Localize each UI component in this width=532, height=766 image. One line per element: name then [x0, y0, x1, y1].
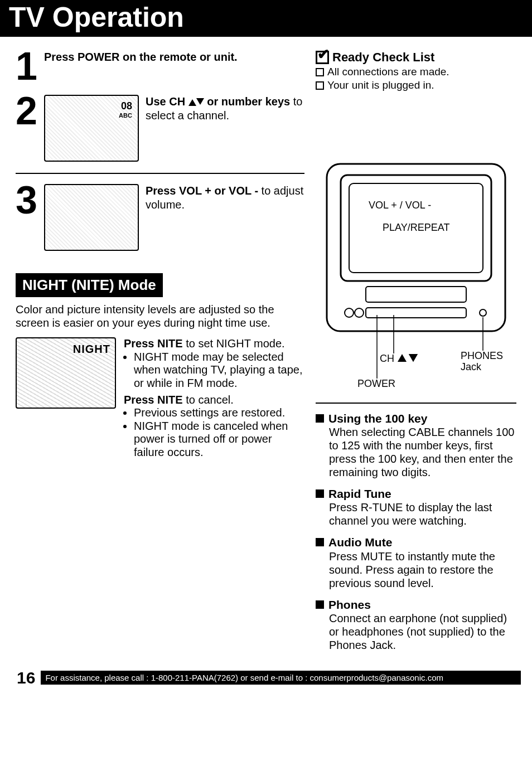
checklist-item-2: Your unit is plugged in.: [316, 79, 516, 91]
step-3-text: Press VOL + or VOL - to adjust volume.: [146, 184, 304, 212]
triangle-up-icon: [188, 99, 196, 106]
nite-cancel-rest: to cancel.: [183, 394, 234, 406]
diagram-phones-label-2: Jack: [461, 361, 482, 372]
night-mode-section: NIGHT (NITE) Mode Color and picture inte…: [16, 273, 304, 459]
content-area: 1 Press POWER on the remote or unit. 2 0…: [0, 37, 532, 665]
diagram-vol-label: VOL + / VOL -: [369, 200, 431, 211]
step-3-bold: Press VOL + or VOL -: [146, 185, 258, 197]
unit-diagram: VOL + / VOL - PLAY/REPEAT CH PHONES Jack…: [316, 158, 516, 395]
divider: [16, 173, 304, 174]
diagram-phones-label-1: PHONES: [461, 350, 503, 361]
step-1-bold: Press POWER on the remote or unit.: [44, 51, 238, 63]
diagram-power-label: POWER: [357, 378, 395, 389]
osd-channel-name: ABC: [119, 112, 132, 119]
checklist-heading: Ready Check List: [316, 50, 516, 65]
checkbox-icon: [316, 68, 324, 76]
page-footer: 16 For assistance, please call : 1-800-2…: [0, 665, 532, 696]
checkmark-icon: [316, 51, 329, 64]
diagram-ch-label: CH: [380, 353, 394, 364]
ready-checklist: Ready Check List All connections are mad…: [316, 50, 516, 91]
feature-audio-mute: Audio Mute Press MUTE to instantly mute …: [316, 535, 516, 589]
triangle-down-icon: [196, 98, 204, 105]
step-number: 2: [16, 95, 37, 128]
night-screen-thumbnail: NIGHT: [16, 337, 116, 409]
checkbox-icon: [316, 81, 324, 90]
svg-rect-3: [366, 287, 466, 302]
feature-body-2: Press R-TUNE to display the last channel…: [329, 501, 516, 527]
divider: [316, 403, 516, 404]
svg-point-5: [345, 308, 354, 317]
svg-marker-13: [409, 354, 418, 362]
nite-bullet-2: Previous settings are restored.: [134, 406, 304, 420]
night-mode-description: Color and picture intensity levels are a…: [16, 303, 304, 330]
svg-marker-11: [398, 354, 407, 362]
right-column: Ready Check List All connections are mad…: [316, 50, 516, 660]
svg-point-6: [355, 308, 364, 317]
night-mode-heading: NIGHT (NITE) Mode: [16, 273, 163, 297]
step-1: 1 Press POWER on the remote or unit.: [16, 50, 304, 84]
tv-screen-thumbnail: [44, 184, 139, 251]
feature-head-3: Audio Mute: [328, 535, 392, 549]
left-column: 1 Press POWER on the remote or unit. 2 0…: [16, 50, 304, 660]
checklist-item-1: All connections are made.: [316, 66, 516, 78]
diagram-play-label: PLAY/REPEAT: [383, 222, 449, 233]
feature-body-1: When selecting CABLE channels 100 to 125…: [329, 425, 516, 479]
feature-100-key: Using the 100 key When selecting CABLE c…: [316, 411, 516, 479]
osd-overlay: 08 ABC: [119, 100, 132, 119]
step-2-bold-a: Use CH: [146, 95, 188, 108]
feature-head-2: Rapid Tune: [328, 487, 391, 501]
step-number: 3: [16, 184, 37, 217]
nite-bullet-1: NIGHT mode may be selected when watching…: [134, 351, 304, 390]
feature-phones: Phones Connect an earphone (not supplied…: [316, 598, 516, 652]
step-3: 3 Press VOL + or VOL - to adjust volume.: [16, 184, 304, 251]
step-2-text: Use CH or number keys to select a channe…: [146, 95, 304, 123]
square-bullet-icon: [316, 538, 324, 546]
night-mode-text: Press NITE to set NIGHT mode. NIGHT mode…: [124, 337, 304, 459]
feature-head-4: Phones: [328, 598, 371, 612]
feature-rapid-tune: Rapid Tune Press R-TUNE to display the l…: [316, 487, 516, 527]
step-number: 1: [16, 50, 37, 84]
feature-body-4: Connect an earphone (not supplied) or he…: [329, 612, 516, 652]
feature-head-1: Using the 100 key: [328, 411, 427, 425]
checklist-item-2-text: Your unit is plugged in.: [327, 79, 434, 91]
tv-screen-thumbnail: 08 ABC: [44, 95, 139, 162]
page-title: TV Operation: [0, 0, 532, 37]
osd-channel-number: 08: [119, 100, 132, 112]
svg-rect-4: [366, 308, 466, 318]
square-bullet-icon: [316, 489, 324, 498]
nite-cancel-bold: Press NITE: [124, 394, 183, 406]
night-mode-body: NIGHT Press NITE to set NIGHT mode. NIGH…: [16, 337, 304, 459]
square-bullet-icon: [316, 414, 324, 423]
page-number: 16: [17, 668, 35, 687]
checklist-title-text: Ready Check List: [332, 50, 434, 65]
feature-body-3: Press MUTE to instantly mute the sound. …: [329, 550, 516, 590]
assistance-bar: For assistance, please call : 1-800-211-…: [41, 671, 521, 685]
step-1-text: Press POWER on the remote or unit.: [44, 50, 304, 64]
nite-set-rest: to set NIGHT mode.: [183, 337, 285, 350]
night-osd-label: NIGHT: [73, 343, 110, 356]
svg-point-7: [480, 309, 486, 316]
step-2-bold-b: or number keys: [204, 95, 291, 108]
nite-set-bold: Press NITE: [124, 337, 183, 350]
step-2: 2 08 ABC Use CH or number keys to select…: [16, 95, 304, 162]
square-bullet-icon: [316, 600, 324, 609]
checklist-item-1-text: All connections are made.: [327, 66, 449, 78]
nite-bullet-3: NIGHT mode is canceled when power is tur…: [134, 420, 304, 459]
